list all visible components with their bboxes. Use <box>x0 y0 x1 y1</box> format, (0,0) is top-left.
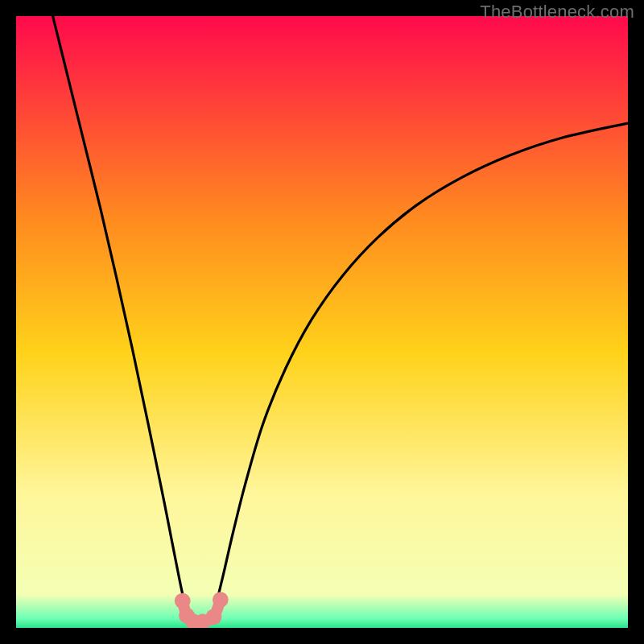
bottleneck-chart <box>16 16 628 628</box>
marker-dot <box>175 593 191 609</box>
marker-dot <box>213 592 229 608</box>
chart-frame <box>16 16 628 628</box>
marker-dot <box>206 609 222 625</box>
gradient-background <box>16 16 628 628</box>
watermark-text: TheBottleneck.com <box>480 2 634 23</box>
